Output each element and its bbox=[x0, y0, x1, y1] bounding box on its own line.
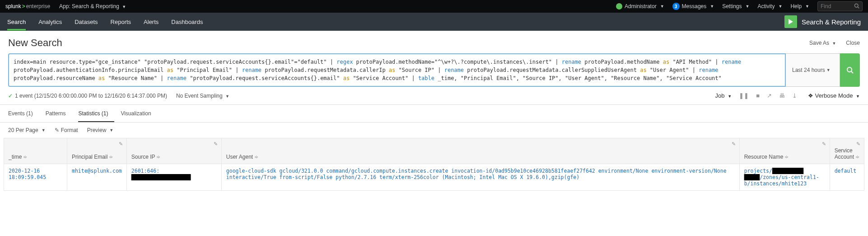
cell-service-account[interactable]: default bbox=[830, 164, 864, 191]
cell-resource-name[interactable]: projects/███████████████/zones/us-centra… bbox=[739, 164, 830, 191]
logo-splunk: splunk bbox=[5, 3, 21, 9]
col-principal-email[interactable]: ✎Principal Email≑ bbox=[67, 138, 127, 164]
app-navbar: Search Analytics Datasets Reports Alerts… bbox=[0, 13, 868, 31]
chevron-down-icon: ▼ bbox=[832, 41, 836, 46]
save-as-button[interactable]: Save As ▼ bbox=[809, 40, 836, 46]
help-menu[interactable]: Help ▼ bbox=[790, 3, 809, 9]
event-count-text: 1 event (12/15/20 6:00:00.000 PM to 12/1… bbox=[15, 93, 167, 99]
format-menu[interactable]: ✎ Format bbox=[55, 127, 78, 133]
tab-events[interactable]: Events (1) bbox=[8, 105, 39, 122]
title-row: New Search Save As ▼ Close bbox=[0, 31, 868, 53]
pencil-icon[interactable]: ✎ bbox=[214, 141, 218, 147]
event-sampling-menu[interactable]: No Event Sampling ▼ bbox=[176, 93, 229, 99]
messages-badge: 3 bbox=[672, 3, 680, 10]
nav-app-title[interactable]: Search & Reporting bbox=[784, 15, 861, 28]
nav-alerts[interactable]: Alerts bbox=[144, 14, 159, 30]
col-time[interactable]: _time≑ bbox=[4, 138, 67, 164]
nav-search[interactable]: Search bbox=[7, 14, 26, 30]
pencil-icon[interactable]: ✎ bbox=[856, 141, 860, 147]
nav-dashboards[interactable]: Dashboards bbox=[171, 14, 203, 30]
pencil-icon[interactable]: ✎ bbox=[119, 141, 123, 147]
redacted-text: █████ bbox=[744, 174, 760, 180]
find-box[interactable] bbox=[817, 1, 863, 11]
app-icon bbox=[784, 15, 797, 28]
result-tabs: Events (1) Patterns Statistics (1) Visua… bbox=[0, 105, 868, 123]
chevron-down-icon: ▼ bbox=[122, 5, 126, 9]
svg-line-1 bbox=[858, 7, 859, 8]
status-dot-icon bbox=[616, 3, 622, 9]
search-icon bbox=[854, 3, 859, 10]
app-title-label: Search & Reporting bbox=[802, 18, 861, 26]
global-header: splunk > enterprise App: Search & Report… bbox=[0, 0, 868, 13]
time-range-label: Last 24 hours bbox=[792, 67, 825, 73]
messages-menu[interactable]: 3 Messages ▼ bbox=[672, 3, 714, 10]
cell-principal-email[interactable]: mhite@splunk.com bbox=[67, 164, 127, 191]
activity-menu[interactable]: Activity ▼ bbox=[757, 3, 782, 9]
logo-arrow-icon: > bbox=[22, 3, 25, 9]
pencil-icon[interactable]: ✎ bbox=[822, 141, 826, 147]
chevron-down-icon: ▼ bbox=[225, 94, 229, 99]
search-input[interactable]: index=main resource.type="gce_instance" … bbox=[8, 53, 786, 87]
help-label: Help bbox=[790, 3, 802, 9]
svg-point-0 bbox=[855, 4, 859, 7]
find-input[interactable] bbox=[821, 3, 854, 9]
sort-icon: ≑ bbox=[109, 154, 113, 160]
redacted-text: ██████████ bbox=[772, 168, 803, 174]
activity-label: Activity bbox=[757, 3, 775, 9]
stop-icon[interactable]: ■ bbox=[756, 92, 760, 99]
user-menu[interactable]: Administrator ▼ bbox=[616, 3, 664, 9]
col-user-agent[interactable]: ✎User Agent≑ bbox=[221, 138, 739, 164]
chevron-down-icon: ▼ bbox=[109, 128, 113, 132]
chevron-down-icon: ▼ bbox=[746, 4, 750, 9]
logo-enterprise: enterprise bbox=[26, 3, 50, 9]
chevron-down-icon: ▼ bbox=[856, 94, 860, 99]
nav-datasets[interactable]: Datasets bbox=[75, 14, 98, 30]
nav-reports[interactable]: Reports bbox=[111, 14, 131, 30]
app-selector-label: App: Search & Reporting bbox=[59, 3, 119, 9]
search-status-row: ✓ 1 event (12/15/20 6:00:00.000 PM to 12… bbox=[0, 87, 868, 105]
sort-icon: ≑ bbox=[784, 154, 789, 160]
preview-menu[interactable]: Preview ▼ bbox=[87, 127, 114, 133]
chevron-down-icon: ▼ bbox=[778, 4, 782, 9]
tab-visualization[interactable]: Visualization bbox=[121, 105, 157, 122]
table-row[interactable]: 2020-12-16 18:09:59.045 mhite@splunk.com… bbox=[4, 164, 864, 191]
chevron-down-icon: ▼ bbox=[826, 68, 831, 72]
redacted-text: ███████████████████ bbox=[131, 174, 191, 180]
chevron-down-icon: ▼ bbox=[660, 4, 664, 9]
search-mode-menu[interactable]: ❖ Verbose Mode ▼ bbox=[808, 92, 860, 99]
cell-user-agent[interactable]: google-cloud-sdk gcloud/321.0.0 command/… bbox=[221, 164, 739, 191]
header-right: Administrator ▼ 3 Messages ▼ Settings ▼ … bbox=[616, 1, 863, 11]
pencil-icon[interactable]: ✎ bbox=[732, 141, 736, 147]
col-resource-name[interactable]: ✎Resource Name≑ bbox=[739, 138, 830, 164]
cell-source-ip[interactable]: 2601:646:███████████████████ bbox=[126, 164, 221, 191]
tab-statistics[interactable]: Statistics (1) bbox=[78, 105, 114, 122]
col-service-account[interactable]: ✎Service Account≑ bbox=[830, 138, 864, 164]
nav-analytics[interactable]: Analytics bbox=[38, 14, 62, 30]
cell-time[interactable]: 2020-12-16 18:09:59.045 bbox=[4, 164, 67, 191]
check-icon: ✓ bbox=[8, 93, 13, 99]
fast-mode-icon: ❖ bbox=[808, 92, 813, 99]
chevron-down-icon: ▼ bbox=[805, 4, 809, 9]
messages-label: Messages bbox=[682, 3, 707, 9]
settings-menu[interactable]: Settings ▼ bbox=[722, 3, 749, 9]
results-toolbar: 20 Per Page ▼ ✎ Format Preview ▼ bbox=[0, 123, 868, 138]
sort-icon: ≑ bbox=[254, 154, 258, 160]
app-selector[interactable]: App: Search & Reporting ▼ bbox=[59, 3, 126, 9]
col-source-ip[interactable]: ✎Source IP≑ bbox=[126, 138, 221, 164]
print-icon[interactable]: 🖶 bbox=[779, 92, 785, 99]
time-range-picker[interactable]: Last 24 hours ▼ bbox=[786, 53, 840, 87]
run-search-button[interactable] bbox=[840, 53, 860, 87]
pause-icon[interactable]: ❚❚ bbox=[739, 92, 749, 99]
logo[interactable]: splunk > enterprise bbox=[5, 3, 50, 9]
sort-icon: ≑ bbox=[855, 154, 859, 160]
job-menu[interactable]: Job ▼ bbox=[715, 92, 732, 99]
page-title: New Search bbox=[8, 37, 62, 49]
per-page-menu[interactable]: 20 Per Page ▼ bbox=[8, 127, 46, 133]
tab-patterns[interactable]: Patterns bbox=[46, 105, 72, 122]
sort-icon: ≑ bbox=[23, 154, 27, 160]
title-actions: Save As ▼ Close bbox=[809, 40, 860, 46]
share-icon[interactable]: ↗ bbox=[767, 92, 772, 99]
user-label: Administrator bbox=[625, 3, 657, 9]
close-button[interactable]: Close bbox=[846, 40, 860, 46]
export-icon[interactable]: ⤓ bbox=[792, 92, 797, 99]
